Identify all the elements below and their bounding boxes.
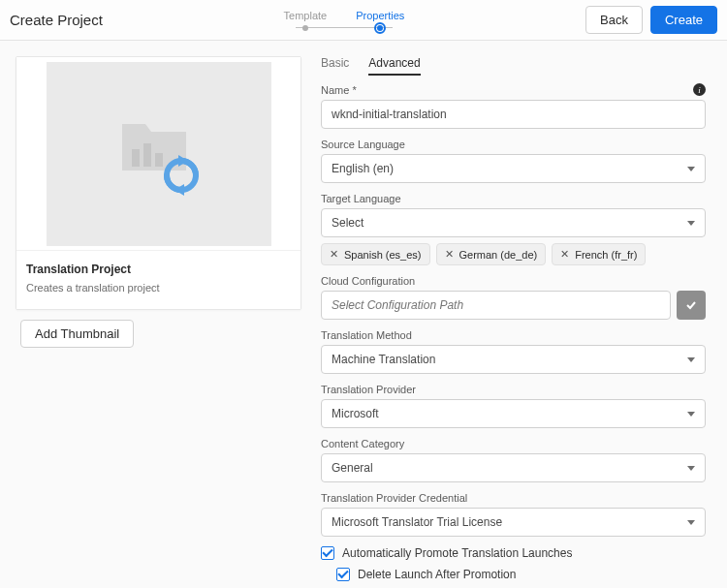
thumbnail-placeholder xyxy=(47,62,271,246)
step-label: Template xyxy=(284,10,328,21)
name-input[interactable] xyxy=(321,100,706,129)
svg-rect-1 xyxy=(143,143,151,167)
project-card: Translation Project Creates a translatio… xyxy=(16,56,301,310)
chevron-down-icon xyxy=(687,167,695,171)
translation-method-label: Translation Method xyxy=(321,329,412,341)
add-thumbnail-button[interactable]: Add Thumbnail xyxy=(20,320,134,348)
step-properties[interactable]: Properties xyxy=(356,10,404,31)
target-language-label: Target Language xyxy=(321,193,401,204)
select-value: Machine Translation xyxy=(332,353,435,366)
translation-method-select[interactable]: Machine Translation xyxy=(321,345,706,374)
select-value: General xyxy=(332,461,373,475)
step-dot-icon xyxy=(302,25,308,31)
cloud-config-label: Cloud Configuration xyxy=(321,275,415,287)
translation-provider-select[interactable]: Microsoft xyxy=(321,399,706,428)
select-value: Microsoft Translator Trial License xyxy=(332,515,502,529)
target-language-select[interactable]: Select xyxy=(321,208,706,237)
chevron-down-icon xyxy=(687,466,695,471)
tag-label: Spanish (es_es) xyxy=(344,249,422,261)
remove-icon[interactable]: ✕ xyxy=(330,248,338,261)
info-icon[interactable]: i xyxy=(693,83,706,96)
back-button[interactable]: Back xyxy=(585,6,643,34)
delete-launch-checkbox[interactable] xyxy=(336,568,350,581)
folder-chart-refresh-icon xyxy=(111,110,207,198)
tab-advanced[interactable]: Advanced xyxy=(368,56,420,76)
chevron-down-icon xyxy=(687,412,695,417)
select-placeholder: Select xyxy=(332,216,364,230)
svg-rect-0 xyxy=(132,149,140,167)
remove-icon[interactable]: ✕ xyxy=(445,248,454,261)
source-language-label: Source Language xyxy=(321,139,405,150)
select-value: English (en) xyxy=(332,162,394,175)
translation-provider-label: Translation Provider xyxy=(321,384,416,395)
source-language-select[interactable]: English (en) xyxy=(321,154,706,183)
content-category-label: Content Category xyxy=(321,438,404,449)
chevron-down-icon xyxy=(687,520,695,525)
provider-credential-label: Translation Provider Credential xyxy=(321,492,467,504)
chevron-down-icon xyxy=(687,357,695,362)
card-title: Translation Project xyxy=(26,263,291,276)
wizard-stepper: Template Properties xyxy=(284,10,405,31)
tag-french[interactable]: ✕French (fr_fr) xyxy=(552,243,646,265)
provider-credential-select[interactable]: Microsoft Translator Trial License xyxy=(321,508,706,537)
thumbnail-area xyxy=(16,57,300,251)
card-description: Creates a translation project xyxy=(26,282,291,294)
delete-launch-label: Delete Launch After Promotion xyxy=(358,568,516,581)
name-label: Name * xyxy=(321,84,357,96)
auto-promote-label: Automatically Promote Translation Launch… xyxy=(342,546,572,560)
remove-icon[interactable]: ✕ xyxy=(560,248,569,261)
tag-german[interactable]: ✕German (de_de) xyxy=(436,243,547,265)
select-value: Microsoft xyxy=(332,407,379,420)
tag-spanish[interactable]: ✕Spanish (es_es) xyxy=(321,243,430,265)
svg-rect-2 xyxy=(155,153,163,167)
step-template[interactable]: Template xyxy=(284,10,328,31)
create-button[interactable]: Create xyxy=(650,6,717,34)
page-title: Create Project xyxy=(10,12,103,28)
check-icon xyxy=(685,299,697,311)
tag-label: French (fr_fr) xyxy=(575,249,637,261)
step-label: Properties xyxy=(356,10,404,21)
cloud-config-toggle[interactable] xyxy=(677,291,706,320)
content-category-select[interactable]: General xyxy=(321,453,706,482)
step-dot-icon xyxy=(377,25,383,31)
chevron-down-icon xyxy=(687,221,695,226)
auto-promote-checkbox[interactable] xyxy=(321,546,334,560)
tag-label: German (de_de) xyxy=(459,249,538,261)
cloud-config-input[interactable] xyxy=(321,291,671,320)
tab-basic[interactable]: Basic xyxy=(321,56,349,76)
